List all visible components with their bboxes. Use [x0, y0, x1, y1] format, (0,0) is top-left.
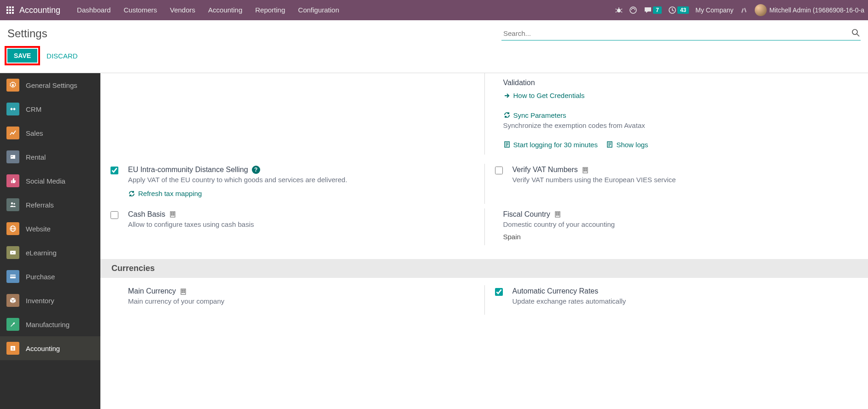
- menu-vendors[interactable]: Vendors: [163, 0, 202, 20]
- svg-rect-59: [182, 292, 183, 293]
- show-logs-link[interactable]: Show logs: [606, 141, 648, 149]
- svg-rect-55: [558, 214, 559, 215]
- sidebar-item-inventory[interactable]: Inventory: [0, 288, 100, 312]
- start-logging-link[interactable]: Start logging for 30 minutes: [503, 141, 598, 149]
- svg-rect-58: [184, 290, 185, 291]
- svg-rect-2: [12, 6, 14, 8]
- auto-currency-checkbox[interactable]: [495, 288, 503, 296]
- svg-rect-3: [6, 9, 8, 11]
- support-icon[interactable]: [629, 6, 637, 14]
- money-icon: $: [6, 342, 19, 355]
- svg-rect-44: [584, 170, 585, 171]
- fiscal-country-desc: Domestic country of your accounting: [503, 219, 859, 230]
- svg-line-14: [621, 12, 622, 12]
- menu-customers[interactable]: Customers: [117, 0, 163, 20]
- svg-point-17: [852, 29, 857, 35]
- sidebar-item-website[interactable]: Website: [0, 217, 100, 241]
- verify-vat-checkbox[interactable]: [495, 167, 503, 174]
- refresh-icon: [503, 111, 511, 119]
- settings-sidebar: General Settings CRM Sales Rental Social…: [0, 73, 100, 409]
- svg-rect-57: [182, 290, 183, 291]
- credit-card-icon: [6, 270, 19, 283]
- people-icon: [6, 198, 19, 211]
- debug-tools-icon[interactable]: [740, 6, 748, 14]
- menu-configuration[interactable]: Configuration: [291, 0, 345, 20]
- svg-rect-1: [9, 6, 11, 8]
- box-icon: [6, 294, 19, 307]
- search-icon[interactable]: [851, 29, 860, 39]
- menu-dashboard[interactable]: Dashboard: [70, 0, 117, 20]
- building-icon[interactable]: [554, 210, 561, 219]
- menu-reporting[interactable]: Reporting: [249, 0, 291, 20]
- svg-point-23: [13, 203, 15, 205]
- sidebar-item-label: Accounting: [26, 345, 60, 352]
- button-row: SAVE DISCARD: [0, 43, 868, 73]
- sidebar-item-rental[interactable]: Rental: [0, 145, 100, 169]
- building-icon[interactable]: [582, 166, 589, 174]
- auto-currency-desc: Update exchange rates automatically: [513, 296, 859, 306]
- svg-line-11: [616, 9, 617, 10]
- messages-icon[interactable]: 7: [644, 6, 662, 14]
- sidebar-item-social-media[interactable]: Social Media: [0, 169, 100, 193]
- svg-rect-4: [9, 9, 11, 11]
- refresh-tax-mapping-link[interactable]: Refresh tax mapping: [128, 190, 202, 197]
- sidebar-item-crm[interactable]: CRM: [0, 97, 100, 121]
- sidebar-item-referrals[interactable]: Referrals: [0, 193, 100, 217]
- svg-line-13: [616, 12, 617, 12]
- sidebar-item-label: Rental: [26, 153, 46, 161]
- sidebar-item-manufacturing[interactable]: Manufacturing: [0, 312, 100, 336]
- save-button[interactable]: SAVE: [7, 49, 37, 63]
- systray: 7 43 My Company Mitchell Admin (19686908…: [615, 4, 864, 16]
- svg-point-22: [11, 202, 13, 204]
- sidebar-item-label: eLearning: [26, 249, 57, 257]
- building-icon[interactable]: [169, 210, 176, 219]
- svg-rect-20: [11, 155, 15, 159]
- cash-basis-title: Cash Basis: [128, 210, 165, 219]
- sidebar-item-label: Sales: [26, 129, 43, 137]
- sidebar-item-accounting[interactable]: $ Accounting: [0, 336, 100, 360]
- svg-text:$: $: [12, 346, 14, 351]
- main-currency-desc: Main currency of your company: [128, 296, 475, 306]
- sidebar-item-elearning[interactable]: eLearning: [0, 241, 100, 265]
- bug-icon[interactable]: [615, 6, 623, 14]
- verify-vat-title: Verify VAT Numbers: [513, 166, 578, 174]
- help-icon[interactable]: ?: [252, 166, 260, 174]
- sidebar-item-sales[interactable]: Sales: [0, 121, 100, 145]
- svg-point-9: [617, 9, 621, 12]
- svg-line-18: [857, 34, 859, 36]
- app-brand[interactable]: Accounting: [19, 6, 60, 15]
- cash-basis-checkbox[interactable]: [111, 211, 118, 219]
- document-icon: [606, 141, 613, 148]
- user-menu[interactable]: Mitchell Admin (19686908-16-0-a: [755, 4, 864, 16]
- eu-distance-selling-title: EU Intra-community Distance Selling: [128, 166, 248, 174]
- sidebar-item-label: Social Media: [26, 177, 65, 185]
- apps-icon[interactable]: [4, 4, 17, 17]
- sidebar-item-purchase[interactable]: Purchase: [0, 265, 100, 288]
- search-input[interactable]: [501, 27, 861, 40]
- sync-parameters-link[interactable]: Sync Parameters: [503, 111, 566, 119]
- building-icon[interactable]: [180, 287, 187, 295]
- svg-rect-45: [586, 170, 587, 171]
- messages-badge: 7: [653, 6, 662, 14]
- fiscal-country-value[interactable]: Spain: [503, 233, 859, 241]
- svg-rect-49: [171, 214, 172, 215]
- discard-button[interactable]: DISCARD: [47, 52, 78, 60]
- svg-rect-48: [173, 213, 174, 213]
- auto-currency-title: Automatic Currency Rates: [513, 287, 599, 295]
- sidebar-item-label: General Settings: [26, 81, 77, 89]
- sync-desc: Synchronize the exemption codes from Ava…: [503, 121, 859, 131]
- fiscal-country-title: Fiscal Country: [503, 210, 550, 219]
- settings-content: Validation How to Get Credentials Sync P…: [100, 73, 868, 409]
- arrow-right-icon: [503, 92, 511, 99]
- activities-icon[interactable]: 43: [668, 6, 689, 14]
- svg-rect-54: [556, 214, 557, 215]
- menu-accounting[interactable]: Accounting: [202, 0, 249, 20]
- activities-badge: 43: [677, 6, 689, 14]
- svg-rect-0: [6, 6, 8, 8]
- eu-distance-selling-checkbox[interactable]: [111, 167, 118, 174]
- currencies-section: Currencies: [100, 259, 868, 278]
- company-switcher[interactable]: My Company: [695, 6, 733, 14]
- sidebar-item-general-settings[interactable]: General Settings: [0, 73, 100, 97]
- how-get-credentials-link[interactable]: How to Get Credentials: [503, 92, 585, 99]
- main-menu: Dashboard Customers Vendors Accounting R…: [70, 0, 345, 20]
